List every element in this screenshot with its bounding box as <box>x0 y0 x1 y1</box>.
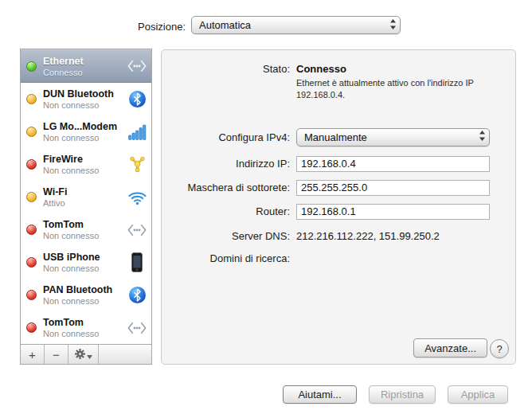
configure-ipv4-popup[interactable]: Manualmente <box>296 128 490 146</box>
dns-servers-label: Server DNS: <box>166 230 290 242</box>
status-row: Stato: Connesso <box>166 63 515 75</box>
sidebar-item-usb-iphone[interactable]: USB iPhone Non connesso <box>21 246 151 279</box>
ip-address-input[interactable] <box>296 156 490 172</box>
service-name: Wi-Fi <box>43 186 127 197</box>
ethernet-icon <box>127 223 147 237</box>
service-name: USB iPhone <box>43 252 127 263</box>
chevron-down-icon <box>87 348 92 361</box>
service-name: DUN Bluetooth <box>43 88 127 100</box>
status-dot <box>26 225 37 235</box>
footer-buttons: Aiutami... Ripristina Applica <box>283 385 508 404</box>
firewire-icon <box>127 155 147 174</box>
sidebar-item-ethernet[interactable]: Ethernet Connesso <box>21 49 151 83</box>
location-popup[interactable]: Automatica <box>191 16 401 34</box>
location-popup-value: Automatica <box>199 19 389 31</box>
subnet-mask-row: Maschera di sottorete: <box>166 180 515 196</box>
location-label: Posizione: <box>80 21 186 33</box>
apply-button[interactable]: Applica <box>448 385 508 404</box>
gear-icon <box>75 348 85 361</box>
configure-ipv4-row: Configura IPv4: Manualmente <box>166 128 515 146</box>
service-status: Attivo <box>43 198 127 208</box>
services-list: Ethernet Connesso DUN Bluetooth Non conn… <box>21 49 151 344</box>
configure-ipv4-label: Configura IPv4: <box>166 131 290 143</box>
status-dot <box>26 192 37 202</box>
dns-servers-value: 212.216.112.222, 151.99.250.2 <box>296 230 440 242</box>
status-dot <box>26 94 37 104</box>
status-dot <box>26 127 37 137</box>
status-dot <box>26 257 37 268</box>
services-sidebar: Ethernet Connesso DUN Bluetooth Non conn… <box>20 49 152 365</box>
service-name: PAN Bluetooth <box>43 284 127 295</box>
help-button[interactable]: ? <box>490 339 509 358</box>
router-input[interactable] <box>296 204 490 220</box>
service-status: Non connesso <box>43 296 127 306</box>
status-dot <box>26 159 37 170</box>
network-detail-panel: Stato: Connesso Ethernet è attualmente a… <box>161 49 516 365</box>
status-dot <box>26 322 37 333</box>
status-description-row: Ethernet è attualmente attivo con l'indi… <box>166 77 515 102</box>
subnet-mask-input[interactable] <box>296 180 490 196</box>
status-dot <box>26 61 37 72</box>
service-status: Non connesso <box>43 166 127 175</box>
assist-me-button[interactable]: Aiutami... <box>283 385 357 404</box>
service-name: Ethernet <box>43 56 127 67</box>
signal-bars-icon <box>127 124 147 140</box>
iphone-icon <box>127 252 147 272</box>
status-value: Connesso <box>296 63 346 75</box>
advanced-button[interactable]: Avanzate... <box>413 338 487 357</box>
ip-address-label: Indirizzo IP: <box>166 158 290 170</box>
sidebar-item-lg-modem[interactable]: LG Mo...Modem Non connesso <box>21 115 151 148</box>
action-menu-button[interactable] <box>68 345 99 364</box>
service-name: TomTom <box>43 219 127 230</box>
ethernet-icon <box>127 321 147 335</box>
search-domains-row: Domini di ricerca: <box>166 252 515 264</box>
wifi-icon <box>127 189 147 205</box>
sidebar-item-tomtom-1[interactable]: TomTom Non connesso <box>21 213 151 246</box>
sidebar-item-dun-bluetooth[interactable]: DUN Bluetooth Non connesso <box>21 83 151 115</box>
service-status: Non connesso <box>43 231 127 240</box>
bluetooth-icon <box>127 90 147 108</box>
subnet-mask-label: Maschera di sottorete: <box>166 182 290 193</box>
status-label: Stato: <box>166 63 290 75</box>
configure-ipv4-value: Manualmente <box>304 131 479 143</box>
service-status: Non connesso <box>43 329 127 338</box>
sidebar-item-pan-bluetooth[interactable]: PAN Bluetooth Non connesso <box>21 279 151 311</box>
service-name: FireWire <box>43 154 127 165</box>
status-description: Ethernet è attualmente attivo con l'indi… <box>296 77 515 102</box>
service-name: LG Mo...Modem <box>43 121 127 132</box>
question-mark-icon: ? <box>496 343 502 355</box>
popup-stepper-icon <box>389 18 397 33</box>
router-row: Router: <box>166 204 515 220</box>
add-service-button[interactable]: + <box>21 345 45 364</box>
search-domains-label: Domini di ricerca: <box>166 252 290 264</box>
dns-servers-row: Server DNS: 212.216.112.222, 151.99.250.… <box>166 230 515 242</box>
sidebar-item-tomtom-2[interactable]: TomTom Non connesso <box>21 311 151 344</box>
remove-service-button[interactable]: − <box>45 345 68 364</box>
revert-button[interactable]: Ripristina <box>369 385 436 404</box>
ethernet-icon <box>127 59 147 73</box>
ip-address-row: Indirizzo IP: <box>166 156 515 172</box>
service-status: Connesso <box>43 68 127 77</box>
sidebar-item-firewire[interactable]: FireWire Non connesso <box>21 148 151 181</box>
bluetooth-icon <box>127 286 147 304</box>
sidebar-toolbar: + − <box>21 344 151 364</box>
router-label: Router: <box>166 205 290 217</box>
service-name: TomTom <box>43 317 127 328</box>
status-dot <box>26 290 37 300</box>
popup-stepper-icon <box>479 130 486 144</box>
sidebar-item-wifi[interactable]: Wi-Fi Attivo <box>21 181 151 213</box>
service-status: Non connesso <box>43 264 127 273</box>
service-status: Non connesso <box>43 100 127 110</box>
service-status: Non connesso <box>43 133 127 143</box>
